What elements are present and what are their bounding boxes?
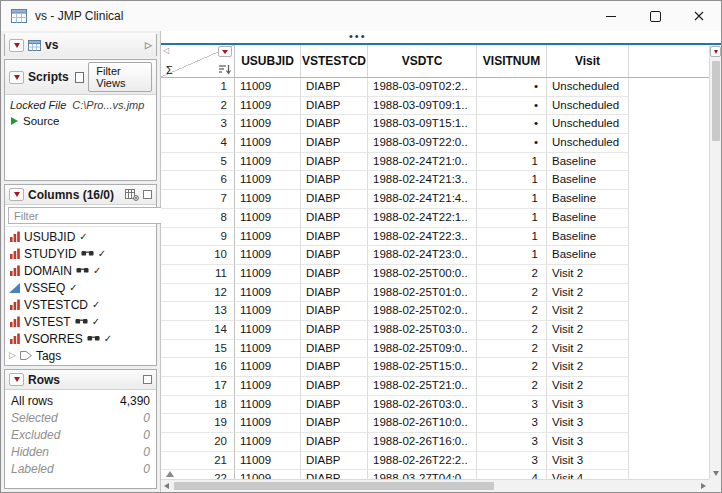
table-row[interactable]: 21 11009 DIABP 1988-02-26T22:2.. 3 Visit… [161,452,709,471]
row-number[interactable]: 17 [161,377,235,396]
toolbar-grip[interactable]: ••• [349,31,367,43]
table-row[interactable]: 12 11009 DIABP 1988-02-25T01:0.. 2 Visit… [161,284,709,303]
cell-vsdtc[interactable]: 1988-03-09T22:0.. [368,134,477,153]
filter-input[interactable] [12,209,158,223]
column-item[interactable]: VSORRES ✓ [5,330,156,347]
cell-visitnum[interactable]: 4 [477,470,547,479]
cell-visit[interactable]: Baseline [547,153,629,172]
cell-usubjid[interactable]: 11009 [235,377,301,396]
row-number[interactable]: 8 [161,209,235,228]
table-row[interactable]: 2 11009 DIABP 1988-03-09T09:1.. • Unsche… [161,97,709,116]
cell-vstestcd[interactable]: DIABP [301,265,368,284]
scroll-down-icon[interactable] [713,471,719,476]
scroll-right-icon[interactable] [701,483,706,489]
cell-vstestcd[interactable]: DIABP [301,171,368,190]
row-number[interactable]: 16 [161,358,235,377]
cell-vstestcd[interactable]: DIABP [301,302,368,321]
cell-usubjid[interactable]: 11009 [235,190,301,209]
column-item[interactable]: VSTEST ✓ [5,313,156,330]
cell-visitnum[interactable]: 1 [477,228,547,247]
table-row[interactable]: 22 11009 DIABP 1988-03-27T04:0.. 4 Visit… [161,470,709,479]
cell-vsdtc[interactable]: 1988-02-25T00:0.. [368,265,477,284]
row-number[interactable]: 11 [161,265,235,284]
cell-vstestcd[interactable]: DIABP [301,97,368,116]
table-menu-button[interactable] [9,39,24,52]
cell-usubjid[interactable]: 11009 [235,284,301,303]
collapse-panel-button[interactable] [143,190,152,199]
cell-vstestcd[interactable]: DIABP [301,377,368,396]
table-row[interactable]: 11 11009 DIABP 1988-02-25T00:0.. 2 Visit… [161,265,709,284]
table-row[interactable]: 15 11009 DIABP 1988-02-25T09:0.. 2 Visit… [161,340,709,359]
scripts-checkbox[interactable] [75,72,85,83]
cell-vsdtc[interactable]: 1988-02-26T22:2.. [368,452,477,471]
source-script-item[interactable]: Source [10,115,151,127]
cell-visit[interactable]: Visit 2 [547,340,629,359]
table-row[interactable]: 19 11009 DIABP 1988-02-26T10:0.. 3 Visit… [161,414,709,433]
cell-usubjid[interactable]: 11009 [235,134,301,153]
cell-visitnum[interactable]: 2 [477,358,547,377]
maximize-button[interactable] [633,1,677,31]
cell-vstestcd[interactable]: DIABP [301,321,368,340]
cell-vsdtc[interactable]: 1988-02-25T09:0.. [368,340,477,359]
sigma-summary-icon[interactable]: Σ [166,64,173,76]
cell-usubjid[interactable]: 11009 [235,302,301,321]
column-item[interactable]: VSTESTCD ✓ [5,296,156,313]
cell-usubjid[interactable]: 11009 [235,246,301,265]
table-row[interactable]: 14 11009 DIABP 1988-02-25T03:0.. 2 Visit… [161,321,709,340]
cell-vsdtc[interactable]: 1988-02-24T22:3.. [368,228,477,247]
cell-usubjid[interactable]: 11009 [235,228,301,247]
cell-visitnum[interactable]: • [477,78,547,97]
cell-vsdtc[interactable]: 1988-02-26T03:0.. [368,396,477,415]
row-number[interactable]: 19 [161,414,235,433]
cell-visit[interactable]: Visit 2 [547,377,629,396]
cell-visitnum[interactable]: • [477,134,547,153]
cell-visitnum[interactable]: 3 [477,452,547,471]
cell-vstestcd[interactable]: DIABP [301,414,368,433]
cell-visit[interactable]: Visit 2 [547,302,629,321]
row-number[interactable]: 9 [161,228,235,247]
cell-vsdtc[interactable]: 1988-02-26T10:0.. [368,414,477,433]
cell-vsdtc[interactable]: 1988-03-09T09:1.. [368,97,477,116]
cell-vsdtc[interactable]: 1988-02-25T01:0.. [368,284,477,303]
row-number[interactable]: 7 [161,190,235,209]
columns-corner-menu-button[interactable] [218,46,232,57]
cell-usubjid[interactable]: 11009 [235,321,301,340]
row-number[interactable]: 3 [161,115,235,134]
cell-visitnum[interactable]: 2 [477,284,547,303]
cell-visitnum[interactable]: 1 [477,209,547,228]
cell-visitnum[interactable]: 2 [477,265,547,284]
cell-vsdtc[interactable]: 1988-02-25T02:0.. [368,302,477,321]
cell-vstestcd[interactable]: DIABP [301,433,368,452]
table-row[interactable]: 17 11009 DIABP 1988-02-25T21:0.. 2 Visit… [161,377,709,396]
cell-vsdtc[interactable]: 1988-02-24T21:3.. [368,171,477,190]
cell-visit[interactable]: Visit 2 [547,265,629,284]
cell-vstestcd[interactable]: DIABP [301,134,368,153]
cell-visit[interactable]: Unscheduled [547,97,629,116]
row-number[interactable]: 18 [161,396,235,415]
cell-visit[interactable]: Visit 3 [547,433,629,452]
column-item[interactable]: USUBJID ✓ [5,228,156,245]
minimize-button[interactable] [589,1,633,31]
cell-usubjid[interactable]: 11009 [235,78,301,97]
cell-vsdtc[interactable]: 1988-02-24T23:0.. [368,246,477,265]
cell-visit[interactable]: Visit 3 [547,414,629,433]
cell-visit[interactable]: Visit 2 [547,321,629,340]
expand-panel-icon[interactable]: ▷ [145,41,152,50]
column-header-usubjid[interactable]: USUBJID [235,45,301,77]
cell-visitnum[interactable]: • [477,97,547,116]
stat-row[interactable]: Selected 0 [5,409,156,426]
vertical-scrollbar[interactable] [709,45,721,479]
stat-row[interactable]: Excluded 0 [5,426,156,443]
scroll-left-icon[interactable] [164,483,169,489]
cell-visit[interactable]: Visit 2 [547,358,629,377]
cell-usubjid[interactable]: 11009 [235,115,301,134]
column-header-vsdtc[interactable]: VSDTC [368,45,477,77]
cell-visitnum[interactable]: 2 [477,302,547,321]
table-row[interactable]: 13 11009 DIABP 1988-02-25T02:0.. 2 Visit… [161,302,709,321]
row-number[interactable]: 10 [161,246,235,265]
stat-row[interactable]: Hidden 0 [5,443,156,460]
column-header-vstestcd[interactable]: VSTESTCD [301,45,368,77]
table-row[interactable]: 1 11009 DIABP 1988-03-09T02:2.. • Unsche… [161,78,709,97]
cell-vstestcd[interactable]: DIABP [301,470,368,479]
cell-visit[interactable]: Baseline [547,190,629,209]
